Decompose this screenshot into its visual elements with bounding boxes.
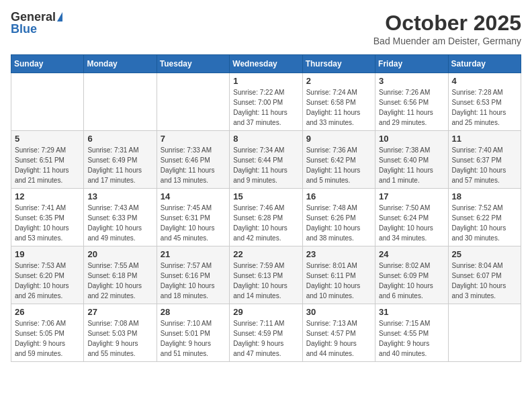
week-row-4: 19Sunrise: 7:53 AM Sunset: 6:20 PM Dayli…: [11, 246, 521, 304]
day-number: 9: [306, 134, 371, 144]
day-info: Sunrise: 7:24 AM Sunset: 6:58 PM Dayligh…: [306, 87, 371, 128]
day-number: 14: [161, 191, 226, 201]
title-block: October 2025 Bad Muender am Deister, Ger…: [373, 11, 521, 46]
day-info: Sunrise: 7:26 AM Sunset: 6:56 PM Dayligh…: [379, 87, 444, 128]
day-number: 7: [161, 134, 226, 144]
day-number: 4: [452, 76, 517, 86]
day-number: 1: [233, 76, 298, 86]
day-info: Sunrise: 7:50 AM Sunset: 6:24 PM Dayligh…: [379, 203, 444, 243]
day-cell: 22Sunrise: 7:59 AM Sunset: 6:13 PM Dayli…: [230, 246, 302, 304]
day-info: Sunrise: 7:53 AM Sunset: 6:20 PM Dayligh…: [15, 261, 80, 301]
day-cell: 28Sunrise: 7:10 AM Sunset: 5:01 PM Dayli…: [157, 304, 229, 362]
day-cell: 26Sunrise: 7:06 AM Sunset: 5:05 PM Dayli…: [11, 304, 84, 362]
day-number: 21: [161, 249, 226, 259]
day-number: 6: [87, 134, 152, 144]
day-number: 5: [15, 134, 80, 144]
day-info: Sunrise: 7:08 AM Sunset: 5:03 PM Dayligh…: [87, 318, 152, 359]
calendar-table: SundayMondayTuesdayWednesdayThursdayFrid…: [11, 54, 521, 362]
day-info: Sunrise: 7:28 AM Sunset: 6:53 PM Dayligh…: [452, 87, 517, 128]
day-number: 27: [87, 307, 152, 317]
day-info: Sunrise: 7:45 AM Sunset: 6:31 PM Dayligh…: [161, 203, 226, 243]
day-cell: 6Sunrise: 7:31 AM Sunset: 6:49 PM Daylig…: [84, 131, 157, 189]
day-cell: 19Sunrise: 7:53 AM Sunset: 6:20 PM Dayli…: [11, 246, 84, 304]
day-number: 29: [233, 307, 298, 317]
weekday-header-monday: Monday: [84, 55, 157, 73]
day-number: 15: [233, 191, 298, 201]
day-info: Sunrise: 7:40 AM Sunset: 6:37 PM Dayligh…: [452, 145, 517, 185]
day-info: Sunrise: 7:52 AM Sunset: 6:22 PM Dayligh…: [452, 203, 517, 243]
weekday-header-row: SundayMondayTuesdayWednesdayThursdayFrid…: [11, 55, 521, 73]
day-info: Sunrise: 7:34 AM Sunset: 6:44 PM Dayligh…: [233, 145, 298, 185]
day-cell: 2Sunrise: 7:24 AM Sunset: 6:58 PM Daylig…: [302, 73, 375, 131]
day-info: Sunrise: 7:13 AM Sunset: 4:57 PM Dayligh…: [306, 318, 371, 359]
day-number: 3: [379, 76, 444, 86]
week-row-1: 1Sunrise: 7:22 AM Sunset: 7:00 PM Daylig…: [11, 73, 521, 131]
day-info: Sunrise: 7:06 AM Sunset: 5:05 PM Dayligh…: [15, 318, 80, 359]
day-cell: 20Sunrise: 7:55 AM Sunset: 6:18 PM Dayli…: [84, 246, 157, 304]
day-cell: 21Sunrise: 7:57 AM Sunset: 6:16 PM Dayli…: [157, 246, 229, 304]
day-info: Sunrise: 7:38 AM Sunset: 6:40 PM Dayligh…: [379, 145, 444, 185]
day-cell: 8Sunrise: 7:34 AM Sunset: 6:44 PM Daylig…: [230, 131, 302, 189]
weekday-header-sunday: Sunday: [11, 55, 84, 73]
day-cell: 17Sunrise: 7:50 AM Sunset: 6:24 PM Dayli…: [375, 189, 448, 246]
day-cell: [157, 73, 229, 131]
day-cell: 3Sunrise: 7:26 AM Sunset: 6:56 PM Daylig…: [375, 73, 448, 131]
day-info: Sunrise: 7:46 AM Sunset: 6:28 PM Dayligh…: [233, 203, 298, 243]
day-cell: 27Sunrise: 7:08 AM Sunset: 5:03 PM Dayli…: [84, 304, 157, 362]
day-info: Sunrise: 7:36 AM Sunset: 6:42 PM Dayligh…: [306, 145, 371, 185]
day-info: Sunrise: 7:10 AM Sunset: 5:01 PM Dayligh…: [161, 318, 226, 359]
day-number: 23: [306, 249, 371, 259]
logo-general-text: General: [11, 11, 56, 23]
day-info: Sunrise: 7:57 AM Sunset: 6:16 PM Dayligh…: [161, 261, 226, 301]
day-info: Sunrise: 7:31 AM Sunset: 6:49 PM Dayligh…: [87, 145, 152, 185]
day-cell: 31Sunrise: 7:15 AM Sunset: 4:55 PM Dayli…: [375, 304, 448, 362]
day-cell: 24Sunrise: 8:02 AM Sunset: 6:09 PM Dayli…: [375, 246, 448, 304]
day-cell: 30Sunrise: 7:13 AM Sunset: 4:57 PM Dayli…: [302, 304, 375, 362]
day-info: Sunrise: 8:02 AM Sunset: 6:09 PM Dayligh…: [379, 261, 444, 301]
day-cell: [448, 304, 521, 362]
day-cell: 10Sunrise: 7:38 AM Sunset: 6:40 PM Dayli…: [375, 131, 448, 189]
day-cell: 25Sunrise: 8:04 AM Sunset: 6:07 PM Dayli…: [448, 246, 521, 304]
day-cell: 15Sunrise: 7:46 AM Sunset: 6:28 PM Dayli…: [230, 189, 302, 246]
weekday-header-tuesday: Tuesday: [157, 55, 229, 73]
day-info: Sunrise: 7:43 AM Sunset: 6:33 PM Dayligh…: [87, 203, 152, 243]
day-cell: 18Sunrise: 7:52 AM Sunset: 6:22 PM Dayli…: [448, 189, 521, 246]
logo-blue-text: Blue: [11, 23, 37, 35]
day-number: 30: [306, 307, 371, 317]
day-cell: 23Sunrise: 8:01 AM Sunset: 6:11 PM Dayli…: [302, 246, 375, 304]
day-number: 12: [15, 191, 80, 201]
day-number: 10: [379, 134, 444, 144]
day-number: 24: [379, 249, 444, 259]
week-row-2: 5Sunrise: 7:29 AM Sunset: 6:51 PM Daylig…: [11, 131, 521, 189]
day-number: 28: [161, 307, 226, 317]
day-number: 22: [233, 249, 298, 259]
day-number: 2: [306, 76, 371, 86]
weekday-header-saturday: Saturday: [448, 55, 521, 73]
day-number: 31: [379, 307, 444, 317]
weekday-header-thursday: Thursday: [302, 55, 375, 73]
day-info: Sunrise: 7:11 AM Sunset: 4:59 PM Dayligh…: [233, 318, 298, 359]
day-number: 19: [15, 249, 80, 259]
day-cell: 1Sunrise: 7:22 AM Sunset: 7:00 PM Daylig…: [230, 73, 302, 131]
week-row-5: 26Sunrise: 7:06 AM Sunset: 5:05 PM Dayli…: [11, 304, 521, 362]
day-info: Sunrise: 7:29 AM Sunset: 6:51 PM Dayligh…: [15, 145, 80, 185]
day-number: 18: [452, 191, 517, 201]
day-cell: 29Sunrise: 7:11 AM Sunset: 4:59 PM Dayli…: [230, 304, 302, 362]
day-info: Sunrise: 7:41 AM Sunset: 6:35 PM Dayligh…: [15, 203, 80, 243]
day-info: Sunrise: 7:33 AM Sunset: 6:46 PM Dayligh…: [161, 145, 226, 185]
logo: General Blue: [11, 11, 62, 35]
day-number: 25: [452, 249, 517, 259]
logo-icon: [57, 12, 62, 21]
day-number: 8: [233, 134, 298, 144]
day-info: Sunrise: 7:59 AM Sunset: 6:13 PM Dayligh…: [233, 261, 298, 301]
page-header: General Blue October 2025 Bad Muender am…: [11, 11, 521, 46]
day-cell: 16Sunrise: 7:48 AM Sunset: 6:26 PM Dayli…: [302, 189, 375, 246]
day-number: 11: [452, 134, 517, 144]
day-cell: [11, 73, 84, 131]
day-info: Sunrise: 7:15 AM Sunset: 4:55 PM Dayligh…: [379, 318, 444, 359]
day-number: 16: [306, 191, 371, 201]
day-info: Sunrise: 7:48 AM Sunset: 6:26 PM Dayligh…: [306, 203, 371, 243]
day-cell: 4Sunrise: 7:28 AM Sunset: 6:53 PM Daylig…: [448, 73, 521, 131]
day-cell: 11Sunrise: 7:40 AM Sunset: 6:37 PM Dayli…: [448, 131, 521, 189]
weekday-header-friday: Friday: [375, 55, 448, 73]
